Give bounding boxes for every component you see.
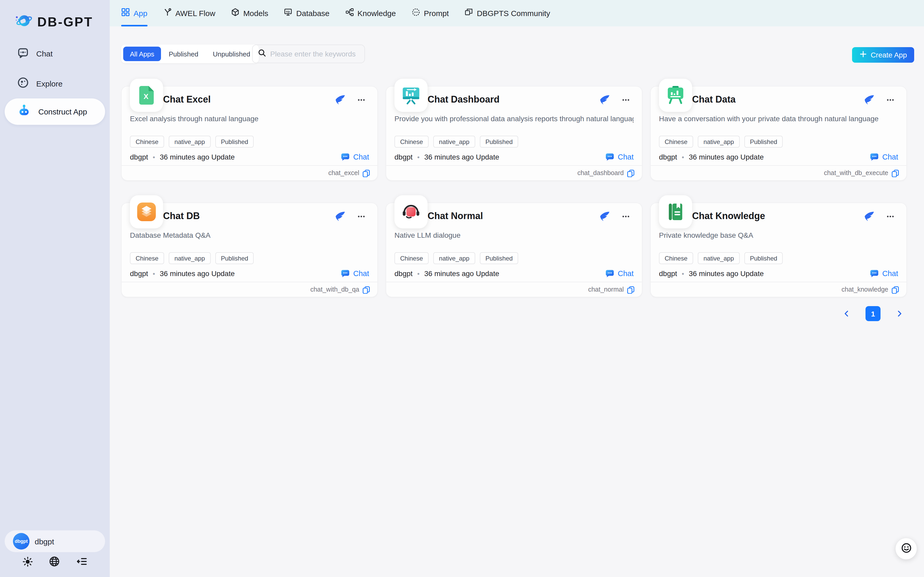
card-updated: 36 minutes ago Update (160, 269, 235, 277)
tab-label: Models (243, 9, 268, 18)
tab-database[interactable]: SQL Database (284, 0, 329, 26)
more-icon[interactable] (886, 212, 895, 223)
copy-icon[interactable] (627, 169, 635, 177)
app-card-chat-dashboard[interactable]: Chat Dashboard Provide you with professi… (386, 86, 643, 181)
app-card-chat-excel[interactable]: X Chat Excel Excel analysis through natu… (121, 86, 378, 181)
flow-branch-icon (163, 8, 172, 19)
chat-link-label: Chat (618, 153, 633, 161)
pagination-page-1[interactable]: 1 (866, 306, 881, 321)
chat-link[interactable]: Chat (870, 152, 898, 161)
tag: Chinese (130, 136, 164, 148)
card-footer: chat_normal (386, 282, 642, 297)
card-description: Provide you with professional data analy… (394, 113, 633, 124)
search-box (252, 45, 365, 63)
share-wing-icon[interactable] (335, 95, 345, 107)
card-title: Chat Excel (163, 94, 211, 105)
sidebar-item-explore[interactable]: Explore (5, 71, 105, 97)
tab-prompt[interactable]: Prompt (411, 0, 449, 26)
copy-icon[interactable] (362, 169, 370, 177)
meta-row: dbgpt • 36 minutes ago Update Chat (394, 152, 633, 161)
copy-icon[interactable] (627, 286, 635, 293)
language-globe-icon[interactable] (49, 556, 60, 567)
filter-published[interactable]: Published (162, 47, 205, 61)
sidebar-item-construct-app[interactable]: Construct App (5, 98, 105, 125)
card-title: Chat Knowledge (692, 211, 765, 222)
chat-link[interactable]: Chat (341, 152, 369, 161)
search-input[interactable] (270, 50, 356, 58)
tag: Chinese (659, 252, 693, 264)
pagination-prev-icon[interactable] (839, 306, 854, 321)
scene-code: chat_dashboard (577, 169, 624, 177)
share-wing-icon[interactable] (335, 211, 345, 224)
more-icon[interactable] (357, 212, 366, 223)
feedback-fab[interactable] (895, 538, 917, 559)
share-wing-icon[interactable] (864, 95, 874, 107)
more-icon[interactable] (357, 95, 366, 107)
tag: Chinese (394, 252, 429, 264)
dot-separator: • (417, 269, 419, 277)
filter-all-apps[interactable]: All Apps (123, 47, 161, 61)
scene-code: chat_with_db_execute (824, 169, 888, 177)
sidebar: DB-GPT Chat (0, 0, 110, 577)
copy-icon[interactable] (891, 169, 899, 177)
more-icon[interactable] (621, 212, 630, 223)
dbgpt-logo[interactable]: DB-GPT (14, 11, 93, 32)
chat-link-label: Chat (882, 153, 898, 161)
chat-link[interactable]: Chat (606, 152, 633, 161)
planet-ring-icon (14, 11, 33, 32)
share-wing-icon[interactable] (599, 211, 610, 224)
tag: native_app (169, 136, 211, 148)
card-updated: 36 minutes ago Update (689, 269, 764, 277)
theme-sun-icon[interactable] (22, 556, 33, 567)
more-icon[interactable] (621, 95, 630, 107)
chat-link[interactable]: Chat (606, 269, 633, 278)
copy-icon[interactable] (362, 286, 370, 293)
app-card-chat-knowledge[interactable]: Chat Knowledge Private knowledge base Q&… (650, 203, 907, 297)
card-description: Excel analysis through natural language (130, 113, 369, 124)
collapse-sidebar-icon[interactable] (76, 556, 87, 567)
tab-awel-flow[interactable]: AWEL Flow (163, 0, 215, 26)
filter-unpublished[interactable]: Unpublished (206, 47, 257, 61)
knowledge-graph-icon (345, 8, 354, 19)
tab-app[interactable]: App (121, 0, 147, 26)
smiley-icon (900, 542, 912, 556)
card-description: Database Metadata Q&A (130, 230, 369, 240)
create-app-button[interactable]: Create App (852, 47, 914, 63)
tab-label: Knowledge (357, 9, 396, 18)
tag: native_app (169, 252, 211, 264)
tag-row: Chinese native_app Published (659, 252, 783, 264)
tab-dbgpts-community[interactable]: DBGPTS Community (464, 0, 550, 26)
tab-models[interactable]: Models (231, 0, 268, 26)
avatar: dbgpt (13, 533, 29, 550)
meta-row: dbgpt • 36 minutes ago Update Chat (130, 152, 369, 161)
card-updated: 36 minutes ago Update (424, 153, 499, 161)
app-card-chat-db[interactable]: Chat DB Database Metadata Q&A Chinese na… (121, 203, 378, 297)
chat-link[interactable]: Chat (341, 269, 369, 278)
copy-icon[interactable] (891, 286, 899, 293)
chat-link-label: Chat (353, 153, 369, 161)
app-card-chat-normal[interactable]: Chat Normal Native LLM dialogue Chinese … (386, 203, 643, 297)
model-box-icon (231, 8, 239, 19)
dot-separator: • (417, 153, 419, 161)
card-author: dbgpt (130, 269, 148, 277)
plus-icon (859, 50, 867, 60)
sidebar-item-chat[interactable]: Chat (5, 40, 105, 67)
tag: Chinese (659, 136, 693, 148)
user-profile[interactable]: dbgpt dbgpt (5, 530, 105, 552)
tab-knowledge[interactable]: Knowledge (345, 0, 396, 26)
chat-link[interactable]: Chat (870, 269, 898, 278)
app-card-chat-data[interactable]: Chat Data Have a conversation with your … (650, 86, 907, 181)
share-wing-icon[interactable] (599, 95, 610, 107)
book-icon (659, 195, 692, 229)
tag-row: Chinese native_app Published (130, 136, 254, 148)
main-content: All Apps Published Unpublished Create Ap… (110, 26, 924, 577)
card-footer: chat_knowledge (651, 282, 906, 297)
chat-link-label: Chat (618, 269, 633, 277)
dashboard-board-icon (394, 79, 427, 112)
tag-row: Chinese native_app Published (394, 252, 518, 264)
share-wing-icon[interactable] (864, 211, 874, 224)
pagination-next-icon[interactable] (892, 306, 907, 321)
search-icon (258, 49, 266, 59)
card-title: Chat Dashboard (427, 94, 500, 105)
more-icon[interactable] (886, 95, 895, 107)
